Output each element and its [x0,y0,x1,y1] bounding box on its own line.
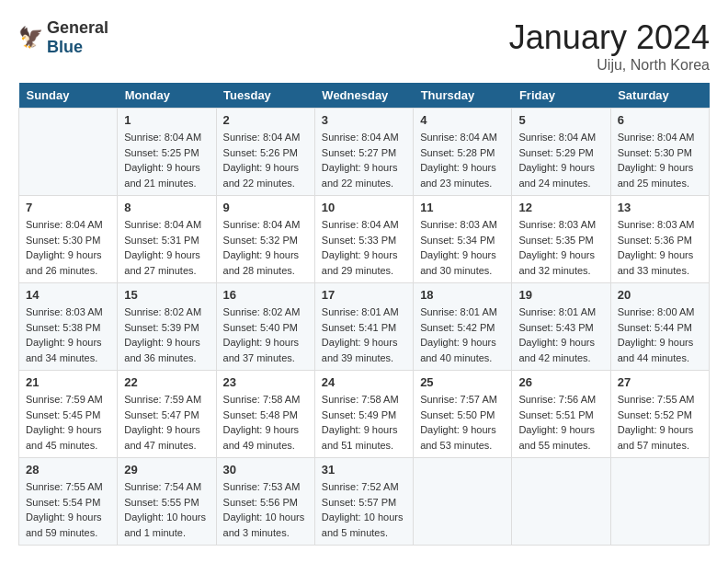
calendar-cell [512,458,610,546]
cell-sun-info: Sunrise: 7:58 AMSunset: 5:48 PMDaylight:… [223,392,308,453]
cell-info-line: Sunset: 5:43 PM [518,322,593,333]
cell-info-line: Daylight: 10 hours [223,511,305,523]
calendar-week-5: 28Sunrise: 7:55 AMSunset: 5:54 PMDayligh… [19,458,710,546]
cell-info-line: Daylight: 9 hours [322,337,398,348]
cell-info-line: Sunrise: 8:01 AM [322,306,399,317]
cell-info-line: Sunrise: 7:58 AM [322,394,399,405]
cell-info-line: Sunset: 5:57 PM [322,497,396,508]
cell-info-line: Sunrise: 8:03 AM [618,219,695,230]
cell-info-line: Daylight: 9 hours [26,337,102,348]
cell-info-line: Sunset: 5:31 PM [124,235,199,246]
cell-info-line: Sunset: 5:41 PM [322,322,396,333]
cell-info-line: and 37 minutes. [223,352,295,363]
calendar-cell: 4Sunrise: 8:04 AMSunset: 5:28 PMDaylight… [414,109,512,196]
day-number: 13 [618,201,702,214]
cell-info-line: Daylight: 9 hours [420,424,496,435]
day-number: 24 [322,375,406,389]
cell-sun-info: Sunrise: 8:01 AMSunset: 5:43 PMDaylight:… [518,304,603,365]
cell-info-line: and 5 minutes. [322,527,388,538]
cell-info-line: and 55 minutes. [518,440,590,451]
cell-info-line: and 49 minutes. [223,440,295,451]
cell-sun-info: Sunrise: 8:04 AMSunset: 5:25 PMDaylight:… [124,130,209,190]
day-number: 6 [618,113,702,127]
calendar-cell: 5Sunrise: 8:04 AMSunset: 5:29 PMDaylight… [512,109,610,196]
calendar-week-3: 14Sunrise: 8:03 AMSunset: 5:38 PMDayligh… [19,283,710,371]
calendar-cell: 9Sunrise: 8:04 AMSunset: 5:32 PMDaylight… [216,196,314,283]
cell-info-line: Sunrise: 8:04 AM [124,219,201,230]
cell-info-line: and 26 minutes. [26,265,97,276]
calendar-cell: 1Sunrise: 8:04 AMSunset: 5:25 PMDaylight… [118,109,216,196]
cell-info-line: Sunrise: 7:57 AM [420,394,497,405]
cell-info-line: Daylight: 9 hours [518,424,595,435]
cell-info-line: Sunset: 5:36 PM [618,235,692,246]
col-header-saturday: Saturday [610,83,709,109]
day-number: 16 [223,288,308,302]
cell-info-line: and 24 minutes. [518,178,590,189]
col-header-friday: Friday [512,83,610,109]
cell-info-line: Sunset: 5:28 PM [420,147,495,158]
calendar-cell: 15Sunrise: 8:02 AMSunset: 5:39 PMDayligh… [118,283,216,371]
col-header-monday: Monday [118,83,216,109]
col-header-tuesday: Tuesday [216,83,314,109]
cell-info-line: Sunrise: 8:04 AM [322,219,399,230]
calendar-cell [414,458,512,546]
calendar-cell: 26Sunrise: 7:56 AMSunset: 5:51 PMDayligh… [512,371,610,458]
cell-info-line: and 36 minutes. [124,352,196,363]
cell-info-line: Daylight: 9 hours [322,249,398,260]
cell-info-line: Sunrise: 8:04 AM [26,219,103,230]
col-header-thursday: Thursday [414,83,512,109]
page-header: 🦅 General Blue January 2024 Uiju, North … [18,18,710,74]
cell-info-line: Sunrise: 7:59 AM [26,394,103,405]
calendar-cell: 30Sunrise: 7:53 AMSunset: 5:56 PMDayligh… [216,458,314,546]
cell-info-line: Daylight: 10 hours [322,511,404,523]
cell-info-line: Sunset: 5:56 PM [223,497,298,508]
cell-info-line: and 40 minutes. [420,352,492,363]
day-number: 11 [420,201,505,214]
cell-info-line: Sunset: 5:30 PM [26,235,100,246]
cell-sun-info: Sunrise: 7:53 AMSunset: 5:56 PMDaylight:… [223,479,308,540]
cell-sun-info: Sunrise: 8:04 AMSunset: 5:26 PMDaylight:… [223,130,308,190]
location-subtitle: Uiju, North Korea [509,57,710,74]
cell-info-line: Sunset: 5:44 PM [618,322,692,333]
cell-info-line: and 39 minutes. [322,352,393,363]
day-number: 25 [420,375,505,389]
cell-sun-info: Sunrise: 7:55 AMSunset: 5:54 PMDaylight:… [26,479,110,540]
cell-sun-info: Sunrise: 8:04 AMSunset: 5:32 PMDaylight:… [223,217,308,278]
calendar-header-row: SundayMondayTuesdayWednesdayThursdayFrid… [19,83,710,109]
cell-info-line: Sunset: 5:25 PM [124,147,199,158]
logo: 🦅 General Blue [18,18,108,57]
cell-info-line: Daylight: 9 hours [518,162,595,173]
cell-info-line: Daylight: 10 hours [124,511,206,523]
cell-info-line: Sunset: 5:32 PM [223,235,298,246]
cell-info-line: Daylight: 9 hours [223,162,300,173]
cell-sun-info: Sunrise: 8:04 AMSunset: 5:33 PMDaylight:… [322,217,406,278]
cell-info-line: Sunset: 5:35 PM [518,235,593,246]
cell-info-line: Sunrise: 8:04 AM [124,132,201,143]
cell-info-line: and 1 minute. [124,527,186,538]
cell-info-line: Sunset: 5:45 PM [26,409,100,420]
calendar-cell: 16Sunrise: 8:02 AMSunset: 5:40 PMDayligh… [216,283,314,371]
calendar-cell: 27Sunrise: 7:55 AMSunset: 5:52 PMDayligh… [610,371,709,458]
cell-info-line: Sunset: 5:50 PM [420,409,495,420]
cell-info-line: Sunrise: 8:04 AM [618,132,695,143]
cell-info-line: Sunrise: 7:58 AM [223,394,301,405]
cell-sun-info: Sunrise: 8:01 AMSunset: 5:41 PMDaylight:… [322,304,406,365]
cell-sun-info: Sunrise: 8:03 AMSunset: 5:34 PMDaylight:… [420,217,505,278]
day-number: 17 [322,288,406,302]
cell-sun-info: Sunrise: 7:59 AMSunset: 5:45 PMDaylight:… [26,392,110,453]
calendar-cell: 28Sunrise: 7:55 AMSunset: 5:54 PMDayligh… [19,458,118,546]
calendar-cell [19,109,118,196]
calendar-table: SundayMondayTuesdayWednesdayThursdayFrid… [18,83,710,546]
day-number: 4 [420,113,505,127]
calendar-cell: 10Sunrise: 8:04 AMSunset: 5:33 PMDayligh… [314,196,413,283]
calendar-cell: 14Sunrise: 8:03 AMSunset: 5:38 PMDayligh… [19,283,118,371]
cell-sun-info: Sunrise: 7:55 AMSunset: 5:52 PMDaylight:… [618,392,702,453]
cell-info-line: Sunrise: 8:04 AM [420,132,497,143]
cell-sun-info: Sunrise: 8:04 AMSunset: 5:30 PMDaylight:… [26,217,110,278]
day-number: 22 [124,375,209,389]
calendar-cell: 18Sunrise: 8:01 AMSunset: 5:42 PMDayligh… [414,283,512,371]
day-number: 7 [26,201,110,214]
cell-info-line: and 47 minutes. [124,440,196,451]
cell-info-line: Sunset: 5:52 PM [618,409,692,420]
cell-info-line: Sunrise: 8:04 AM [223,219,301,230]
